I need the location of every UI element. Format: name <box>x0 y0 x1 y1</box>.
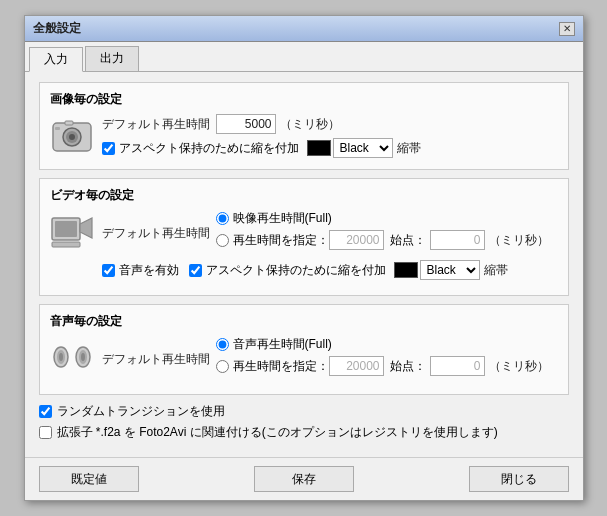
audio-section: 音声毎の設定 デフォルト再生時間 <box>39 304 569 395</box>
extension-checkbox-row: 拡張子 *.f2a を Foto2Avi に関連付ける(このオプションはレジスト… <box>39 424 569 441</box>
video-section: ビデオ毎の設定 デフォルト再生時間 <box>39 178 569 296</box>
audio-section-title: 音声毎の設定 <box>50 313 558 330</box>
svg-point-15 <box>81 353 85 361</box>
image-color-box <box>307 140 331 156</box>
image-section: 画像毎の設定 デフォルト再生時間 <box>39 82 569 170</box>
audio-radio1-row: 音声再生時間(Full) <box>216 336 549 353</box>
random-checkbox-row: ランダムトランジションを使用 <box>39 403 569 420</box>
video-controls: デフォルト再生時間 映像再生時間(Full) 再生時間を指定： 始点： <box>102 210 558 287</box>
video-radio2[interactable] <box>216 234 229 247</box>
video-color-group: Black White 縮帯 <box>394 260 508 280</box>
video-radio1-row: 映像再生時間(Full) <box>216 210 549 227</box>
video-duration-label: デフォルト再生時間 <box>102 225 210 242</box>
image-aspect-checkbox[interactable] <box>102 142 115 155</box>
image-aspect-label: アスペクト保持のために縮を付加 <box>119 140 299 157</box>
video-section-title: ビデオ毎の設定 <box>50 187 558 204</box>
video-sound-checkbox[interactable] <box>102 264 115 277</box>
video-start-input[interactable] <box>430 230 485 250</box>
audio-radio2-row: 再生時間を指定： 始点： （ミリ秒） <box>216 356 549 376</box>
image-aspect-row: アスペクト保持のために縮を付加 Black White 縮帯 <box>102 138 558 158</box>
video-aspect-row: アスペクト保持のために縮を付加 Black White 縮帯 <box>189 260 508 280</box>
svg-point-12 <box>59 353 63 361</box>
image-section-title: 画像毎の設定 <box>50 91 558 108</box>
bottom-checkboxes: ランダムトランジションを使用 拡張子 *.f2a を Foto2Avi に関連付… <box>39 403 569 441</box>
main-window: 全般設定 ✕ 入力 出力 画像毎の設定 <box>24 15 584 501</box>
svg-rect-9 <box>52 242 80 247</box>
image-duration-row: デフォルト再生時間 （ミリ秒） <box>102 114 558 134</box>
video-duration-input[interactable] <box>329 230 384 250</box>
close-button[interactable]: 閉じる <box>469 466 569 492</box>
svg-rect-5 <box>55 127 60 130</box>
image-duration-unit: （ミリ秒） <box>280 116 340 133</box>
button-bar: 既定値 保存 閉じる <box>25 457 583 500</box>
random-checkbox[interactable] <box>39 405 52 418</box>
tab-bar: 入力 出力 <box>25 42 583 72</box>
audio-start-input[interactable] <box>430 356 485 376</box>
video-section-inner: デフォルト再生時間 映像再生時間(Full) 再生時間を指定： 始点： <box>50 210 558 287</box>
svg-marker-7 <box>80 218 92 238</box>
audio-controls: デフォルト再生時間 音声再生時間(Full) 再生時間を指定： 始点： <box>102 336 558 386</box>
audio-radio2-label: 再生時間を指定： <box>233 358 329 375</box>
audio-duration-label-row: デフォルト再生時間 音声再生時間(Full) 再生時間を指定： 始点： <box>102 336 558 382</box>
audio-section-inner: デフォルト再生時間 音声再生時間(Full) 再生時間を指定： 始点： <box>50 336 558 386</box>
save-button[interactable]: 保存 <box>254 466 354 492</box>
audio-duration-input[interactable] <box>329 356 384 376</box>
tab-input[interactable]: 入力 <box>29 47 83 72</box>
audio-radio2[interactable] <box>216 360 229 373</box>
audio-unit: （ミリ秒） <box>489 358 549 375</box>
audio-start-label: 始点： <box>390 358 426 375</box>
image-color-group: Black White 縮帯 <box>307 138 421 158</box>
video-unit: （ミリ秒） <box>489 232 549 249</box>
video-sound-label: 音声を有効 <box>119 262 179 279</box>
video-sound-row: 音声を有効 <box>102 262 179 279</box>
default-button[interactable]: 既定値 <box>39 466 139 492</box>
video-radio-group: 映像再生時間(Full) 再生時間を指定： 始点： （ミリ秒） <box>216 210 549 253</box>
image-縮帯-label: 縮帯 <box>397 140 421 157</box>
extension-checkbox-label: 拡張子 *.f2a を Foto2Avi に関連付ける(このオプションはレジスト… <box>57 424 498 441</box>
audio-duration-label: デフォルト再生時間 <box>102 351 210 368</box>
camera-icon <box>50 114 94 158</box>
audio-radio-group: 音声再生時間(Full) 再生時間を指定： 始点： （ミリ秒） <box>216 336 549 379</box>
image-section-inner: デフォルト再生時間 （ミリ秒） アスペクト保持のために縮を付加 Black Wh… <box>50 114 558 161</box>
image-duration-input[interactable] <box>216 114 276 134</box>
content-area: 画像毎の設定 デフォルト再生時間 <box>25 72 583 457</box>
video-radio1[interactable] <box>216 212 229 225</box>
video-radio2-label: 再生時間を指定： <box>233 232 329 249</box>
speaker-icon <box>50 336 94 380</box>
video-start-label: 始点： <box>390 232 426 249</box>
close-icon[interactable]: ✕ <box>559 22 575 36</box>
image-controls: デフォルト再生時間 （ミリ秒） アスペクト保持のために縮を付加 Black Wh… <box>102 114 558 161</box>
video-縮帯-label: 縮帯 <box>484 262 508 279</box>
audio-radio1[interactable] <box>216 338 229 351</box>
title-bar: 全般設定 ✕ <box>25 16 583 42</box>
video-color-box <box>394 262 418 278</box>
window-title: 全般設定 <box>33 20 81 37</box>
video-color-dropdown[interactable]: Black White <box>420 260 480 280</box>
svg-rect-4 <box>65 121 73 125</box>
video-radio1-label: 映像再生時間(Full) <box>233 210 332 227</box>
svg-rect-8 <box>55 221 77 237</box>
svg-point-3 <box>69 134 75 140</box>
random-checkbox-label: ランダムトランジションを使用 <box>57 403 225 420</box>
video-aspect-checkbox[interactable] <box>189 264 202 277</box>
video-duration-label-row: デフォルト再生時間 映像再生時間(Full) 再生時間を指定： 始点： <box>102 210 558 256</box>
image-color-dropdown[interactable]: Black White <box>333 138 393 158</box>
tab-output[interactable]: 出力 <box>85 46 139 71</box>
video-aspect-label: アスペクト保持のために縮を付加 <box>206 262 386 279</box>
audio-radio1-label: 音声再生時間(Full) <box>233 336 332 353</box>
video-icon <box>50 210 94 254</box>
image-duration-label: デフォルト再生時間 <box>102 116 210 133</box>
video-checkbox-row: 音声を有効 アスペクト保持のために縮を付加 Black White <box>102 260 558 283</box>
extension-checkbox[interactable] <box>39 426 52 439</box>
video-radio2-row: 再生時間を指定： 始点： （ミリ秒） <box>216 230 549 250</box>
